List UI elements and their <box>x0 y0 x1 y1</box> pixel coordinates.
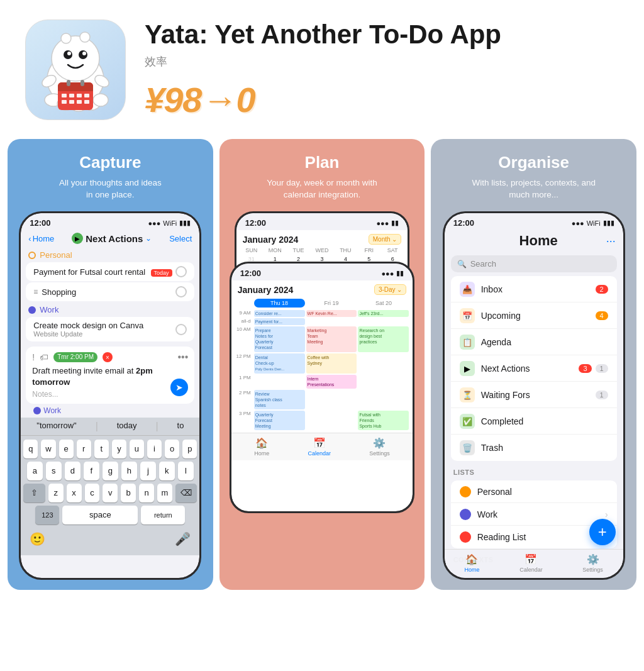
event-futsal: Futsal withFriendsSports Hub <box>358 411 409 430</box>
key-q[interactable]: q <box>23 440 38 458</box>
settings-icon: ⚙️ <box>373 437 386 449</box>
nav-back[interactable]: ‹Home <box>28 234 54 243</box>
key-w[interactable]: w <box>41 440 55 458</box>
slot-2pm: 2 PM ReviewSpanish classnotes <box>235 390 409 409</box>
task-circle[interactable] <box>175 266 187 277</box>
nav-select-btn[interactable]: Select <box>169 234 192 243</box>
key-e[interactable]: e <box>59 440 74 458</box>
key-p[interactable]: p <box>182 440 197 458</box>
org-tab-calendar[interactable]: 📅 Calendar <box>519 553 543 573</box>
org-item-agenda[interactable]: 📋 Agenda <box>451 330 617 355</box>
task-circle-canva[interactable] <box>175 324 187 335</box>
key-c[interactable]: c <box>85 484 100 502</box>
task-item-futsal[interactable]: Payment for Futsal court rental Today <box>26 262 194 281</box>
capture-nav: ‹Home ▶ Next Actions ⌄ Select <box>21 230 199 248</box>
key-m[interactable]: m <box>157 484 172 502</box>
organise-panel: Organise With lists, projects, contexts,… <box>431 139 636 590</box>
emoji-icon[interactable]: 🙂 <box>30 531 45 546</box>
key-numbers[interactable]: 123 <box>35 506 59 524</box>
org-header-title: Home <box>519 233 558 249</box>
key-o[interactable]: o <box>165 440 179 458</box>
personal-label: Personal <box>40 250 72 260</box>
key-s[interactable]: s <box>46 462 62 480</box>
org-item-personal[interactable]: Personal <box>451 481 617 503</box>
org-tab-settings[interactable]: ⚙️ Settings <box>582 553 603 573</box>
org-tab-home[interactable]: 🏠 Home <box>464 553 479 573</box>
fab-button[interactable]: + <box>589 519 616 545</box>
suggest-to[interactable]: to <box>177 421 184 432</box>
task-name-canva: Create mock design on Canva <box>33 321 175 330</box>
cal-view-btn-back[interactable]: Month ⌄ <box>369 234 402 245</box>
key-y[interactable]: y <box>112 440 126 458</box>
key-u[interactable]: u <box>130 440 144 458</box>
key-r[interactable]: r <box>77 440 91 458</box>
capture-screen: 12:00 ●●● WiFi ▮▮▮ ‹Home ▶ <box>21 213 199 578</box>
plan-screen-front: 12:00 ●●● ▮▮ January 2024 3-Day ⌄ Thu 18 <box>231 263 413 511</box>
key-l[interactable]: l <box>178 462 194 480</box>
org-item-waiting[interactable]: ⏳ Waiting Fors 1 <box>451 382 617 408</box>
key-j[interactable]: j <box>140 462 156 480</box>
task-item-canva[interactable]: Create mock design on Canva Website Upda… <box>26 317 194 341</box>
time-12pm: 12 PM <box>235 353 253 374</box>
svg-point-9 <box>67 52 71 55</box>
org-item-upcoming[interactable]: 📅 Upcoming 4 <box>451 303 617 329</box>
org-item-next-actions[interactable]: ▶ Next Actions 3 1 <box>451 356 617 382</box>
org-item-inbox[interactable]: 📥 Inbox 2 <box>451 277 617 302</box>
task-left-canva: Create mock design on Canva Website Upda… <box>33 321 175 338</box>
key-backspace[interactable]: ⌫ <box>175 484 197 502</box>
plan-time-back: 12:00 <box>245 218 266 228</box>
next-actions-badge2: 1 <box>596 364 608 373</box>
org-item-trash[interactable]: 🗑️ Trash <box>451 435 617 460</box>
send-button[interactable]: ➤ <box>170 379 188 396</box>
three-day-month: January 2024 <box>238 285 294 295</box>
key-n[interactable]: n <box>139 484 154 502</box>
plan-bottom-tabs: 🏠 Home 📅 Calendar ⚙️ Settings <box>231 433 413 460</box>
organise-phone: 12:00 ●●● WiFi ▮▮▮ Home ··· 🔍 Search <box>443 211 625 580</box>
key-t[interactable]: t <box>94 440 109 458</box>
more-icon[interactable]: ••• <box>178 352 189 363</box>
key-k[interactable]: k <box>159 462 175 480</box>
capture-panel: Capture All your thoughts and ideasin on… <box>8 139 213 590</box>
suggest-tomorrow[interactable]: "tomorrow" <box>36 421 76 432</box>
key-d[interactable]: d <box>65 462 80 480</box>
wifi-icon: WiFi <box>163 219 177 227</box>
org-more-btn[interactable]: ··· <box>606 235 616 248</box>
main-list-group: 📥 Inbox 2 📅 Upcoming 4 <box>451 276 617 461</box>
key-b[interactable]: b <box>121 484 136 502</box>
waiting-right: 1 <box>596 391 608 399</box>
event-coffee: Coffee withSydney <box>306 353 357 374</box>
key-shift[interactable]: ⇧ <box>23 484 45 502</box>
org-settings-tab-label: Settings <box>582 567 603 573</box>
task-circle-shopping[interactable] <box>175 286 187 297</box>
org-item-work[interactable]: Work › <box>451 504 617 526</box>
org-item-completed[interactable]: ✅ Completed <box>451 409 617 435</box>
work-badge-text: Work <box>43 406 61 415</box>
event-jeffs: Jeff's 23rd... <box>358 310 409 317</box>
search-bar[interactable]: 🔍 Search <box>451 255 617 272</box>
key-return[interactable]: return <box>141 506 185 524</box>
plan-tab-home[interactable]: 🏠 Home <box>254 437 269 457</box>
plan-tab-settings[interactable]: ⚙️ Settings <box>369 437 390 457</box>
key-f[interactable]: f <box>84 462 99 480</box>
key-x[interactable]: x <box>67 484 82 502</box>
key-g[interactable]: g <box>103 462 118 480</box>
key-a[interactable]: a <box>27 462 43 480</box>
three-day-view-btn[interactable]: 3-Day ⌄ <box>374 284 406 295</box>
plan-tab-calendar[interactable]: 📅 Calendar <box>308 437 331 457</box>
suggest-today[interactable]: today <box>117 421 137 432</box>
toolbar-icons: ! 🏷 Tmr 2:00 PM × <box>32 352 113 362</box>
input-area[interactable]: ! 🏷 Tmr 2:00 PM × ••• Draft meeting invi… <box>26 347 194 403</box>
mic-icon[interactable]: 🎤 <box>175 531 191 546</box>
task-item-shopping[interactable]: ≡ Shopping <box>26 282 194 301</box>
key-z[interactable]: z <box>48 484 64 502</box>
key-i[interactable]: i <box>147 440 162 458</box>
svg-point-12 <box>80 32 90 42</box>
plan-subtitle: Your day, week or month withcalendar int… <box>267 177 377 201</box>
key-space[interactable]: space <box>62 506 138 524</box>
delete-badge[interactable]: × <box>103 352 113 362</box>
agenda-label: Agenda <box>481 337 511 347</box>
key-v[interactable]: v <box>103 484 118 502</box>
key-h[interactable]: h <box>121 462 137 480</box>
empty-sat-allday <box>358 318 409 325</box>
empty-fri-allday <box>306 318 357 325</box>
